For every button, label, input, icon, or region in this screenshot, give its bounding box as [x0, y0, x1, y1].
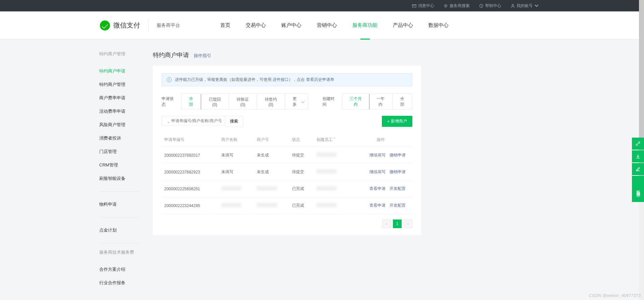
action-link[interactable]: 继续填写 [369, 153, 386, 157]
banner-text: 进件能力已升级，审核更高效（如需批量进件，可使用 进件接口），点击 查看历史申请… [175, 77, 334, 83]
table-header-cell: 申请单编号 [162, 133, 219, 147]
sidebar-item[interactable]: 合作方案介绍 [99, 263, 139, 276]
table-cell: 已完成 [289, 181, 313, 197]
status-tab[interactable]: 待验证(0) [229, 94, 257, 109]
application-table: 申请单编号商户名称商户号状态创建员工 ˅操作 2000002237692017未… [162, 133, 412, 214]
table-cell: 2000002237692017 [162, 147, 219, 164]
svg-point-1 [445, 5, 446, 6]
main-content: 特约商户申请 操作指引 i 进件能力已升级，审核更高效（如需批量进件，可使用 进… [153, 51, 421, 290]
action-link[interactable]: 查看申请 [369, 203, 386, 208]
action-link[interactable]: 开发配置 [390, 186, 406, 191]
svg-point-4 [512, 4, 514, 6]
time-tab[interactable]: 三个月内 [342, 94, 369, 110]
time-tab[interactable]: 一年内 [369, 94, 393, 109]
nav-item[interactable]: 营销中心 [317, 11, 337, 40]
nav-item[interactable]: 数据中心 [428, 11, 449, 40]
table-cell: 未填写 [219, 147, 254, 164]
table-cell: 未生成 [254, 164, 290, 181]
action-link[interactable]: 撤销申请 [390, 153, 406, 157]
sidebar-item[interactable]: 商户费率申请 [99, 91, 139, 105]
logo[interactable]: 微信支付 [100, 19, 149, 32]
status-label: 申请状态 [162, 96, 177, 107]
status-tab[interactable]: 已驳回(0) [201, 94, 229, 109]
msg-center-link[interactable]: 消息中心 [407, 3, 439, 9]
sidebar-item[interactable]: 物料申请 [99, 198, 139, 211]
search-input[interactable] [162, 116, 225, 126]
table-cell-actions: 查看申请开发配置 [349, 181, 412, 197]
table-cell [254, 197, 290, 214]
sidebar-item[interactable]: 门店管理 [99, 145, 139, 158]
table-cell: 2000002225608251 [162, 181, 219, 197]
action-link[interactable]: 查看申请 [369, 186, 386, 191]
history-link[interactable]: 查看历史申请单 [306, 77, 334, 82]
sidebar-group-title-4: 服务商技术服务费 [99, 249, 139, 255]
table-cell-actions: 继续填写撤销申请 [349, 164, 412, 181]
nav-item[interactable]: 账户中心 [281, 11, 301, 40]
status-tab[interactable]: 待签约(0) [257, 94, 285, 109]
search-row: 搜索 + 新增商户 [162, 116, 412, 127]
table-cell [254, 181, 290, 197]
add-merchant-button[interactable]: + 新增商户 [382, 116, 412, 127]
nav-item[interactable]: 首页 [220, 11, 230, 40]
help-center-link[interactable]: ? 帮助中心 [474, 3, 506, 9]
sidebar-item[interactable]: 点金计划 [99, 223, 139, 237]
mail-icon [412, 4, 416, 8]
action-link[interactable]: 撤销申请 [390, 169, 406, 174]
table-header-cell: 商户号 [254, 133, 290, 147]
api-link[interactable]: 进件接口 [273, 77, 289, 82]
search-button[interactable]: 搜索 [225, 116, 243, 127]
float-help-button[interactable]: 获取帮助 [632, 176, 644, 202]
table-header-cell[interactable]: 创建员工 ˅ [314, 133, 349, 147]
status-tabs: 全部已驳回(0)待验证(0)待签约(0)更多 [181, 94, 308, 110]
page-prev[interactable]: ‹ [382, 219, 391, 228]
account-label: 我的账号 [517, 3, 533, 9]
sidebar: 特约商户管理 特约商户申请特约商户管理商户费率申请活动费率申请风险商户管理消费者… [99, 51, 139, 290]
topbar: 消息中心 服务商搜索 ? 帮助中心 我的账号 [0, 0, 644, 11]
sidebar-item[interactable]: 消费者投诉 [99, 132, 139, 145]
table-cell [314, 197, 349, 214]
table-cell: 待提交 [289, 164, 313, 181]
sidebar-item[interactable]: 特约商户申请 [99, 64, 139, 78]
sidebar-item[interactable]: 刷脸智能设备 [99, 172, 139, 185]
table-cell: 2000002223244285 [162, 197, 219, 214]
page-current[interactable]: 1 [393, 219, 402, 228]
table-row: 2000002237682923未填写未生成待提交继续填写撤销申请 [162, 164, 412, 181]
table-header-cell: 商户名称 [219, 133, 254, 147]
nav-item[interactable]: 交易中心 [246, 11, 266, 40]
table-header-cell: 状态 [289, 133, 313, 147]
page-next[interactable]: › [404, 219, 412, 228]
status-tab[interactable]: 全部 [181, 94, 201, 110]
float-edit-button[interactable] [632, 163, 644, 175]
page-title: 特约商户申请 [153, 51, 189, 59]
time-label: 创建时间 [323, 96, 338, 107]
search-label: 服务商搜索 [450, 3, 470, 9]
sidebar-item[interactable]: 行业合作报务 [99, 276, 139, 290]
provider-search-link[interactable]: 服务商搜索 [439, 3, 474, 9]
status-tab[interactable]: 更多 [285, 94, 308, 109]
time-tabs: 三个月内一年内全部 [342, 94, 412, 110]
time-tab[interactable]: 全部 [393, 94, 412, 109]
sidebar-item[interactable]: 风险商户管理 [99, 118, 139, 132]
sidebar-item[interactable]: 特约商户管理 [99, 78, 139, 91]
float-link-button[interactable] [632, 138, 644, 150]
guide-link[interactable]: 操作指引 [194, 53, 211, 59]
table-cell [314, 164, 349, 181]
content-card: i 进件能力已升级，审核更高效（如需批量进件，可使用 进件接口），点击 查看历史… [153, 66, 421, 235]
svg-text:?: ? [481, 4, 482, 7]
table-row: 2000002237692017未填写未生成待提交继续填写撤销申请 [162, 147, 412, 164]
account-menu[interactable]: 我的账号 [506, 3, 543, 9]
sidebar-item[interactable]: 活动费率申请 [99, 105, 139, 118]
float-tools: 获取帮助 [632, 138, 644, 202]
table-cell-actions: 继续填写撤销申请 [349, 147, 412, 164]
float-download-button[interactable] [632, 150, 644, 162]
divider [99, 217, 139, 217]
sidebar-group-title-1: 特约商户管理 [99, 51, 139, 57]
nav-item[interactable]: 服务商功能 [352, 11, 377, 40]
action-link[interactable]: 继续填写 [369, 169, 386, 174]
nav-item[interactable]: 产品中心 [393, 11, 413, 40]
sidebar-item[interactable]: CRM管理 [99, 158, 139, 172]
divider [99, 191, 139, 192]
table-cell: 未填写 [219, 164, 254, 181]
action-link[interactable]: 开发配置 [390, 203, 406, 208]
plus-icon: + [387, 119, 390, 124]
